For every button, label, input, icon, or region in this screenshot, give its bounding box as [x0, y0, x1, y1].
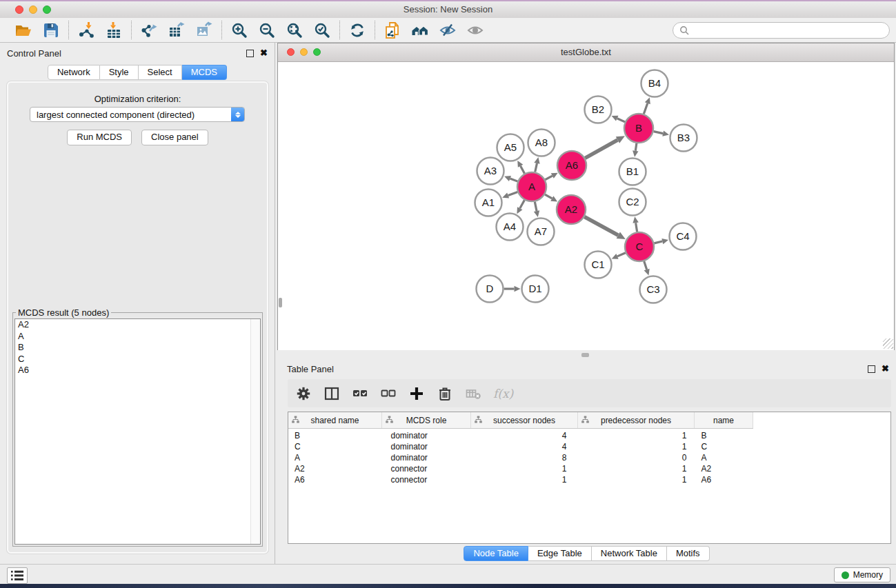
minimize-network-button[interactable] [300, 48, 308, 56]
graph-node-D1[interactable]: D1 [522, 276, 549, 303]
table-row[interactable]: A6connector11A6 [288, 474, 890, 485]
network-window-titlebar[interactable]: testGlobe.txt [278, 43, 894, 62]
graph-edge-D-D1[interactable] [504, 286, 521, 292]
criterion-dropdown[interactable]: largest connected component (directed) [30, 107, 245, 122]
graph-edge-C-C2[interactable] [633, 216, 638, 232]
select-all-button[interactable] [350, 384, 370, 403]
import-network-button[interactable] [75, 20, 97, 41]
run-mcds-button[interactable]: Run MCDS [67, 130, 132, 145]
cytoscape-home-button[interactable] [409, 20, 431, 41]
export-image-button[interactable] [193, 20, 215, 41]
export-table-button[interactable] [166, 20, 188, 41]
graph-edge-A-A2[interactable] [545, 194, 557, 201]
result-item[interactable]: C [15, 354, 260, 365]
graph-edge-A-A1[interactable] [502, 192, 517, 199]
table-row[interactable]: A2connector11A2 [288, 463, 890, 474]
graph-node-A2[interactable]: A2 [557, 195, 586, 224]
graph-edge-A2-C[interactable] [584, 217, 625, 239]
memory-button[interactable]: Memory [834, 567, 890, 582]
graph-edge-C-C1[interactable] [612, 253, 626, 259]
close-table-panel-button[interactable]: ✖ [882, 365, 889, 372]
column-visibility-button[interactable] [321, 384, 342, 403]
graph-node-A6[interactable]: A6 [557, 151, 586, 180]
graph-node-C4[interactable]: C4 [670, 223, 697, 250]
column-header-MCDS-role[interactable]: MCDS role [382, 412, 471, 429]
graph-edge-A-A8[interactable] [534, 157, 539, 172]
horizontal-scrollbar-thumb[interactable] [581, 353, 589, 357]
zoom-selected-button[interactable] [311, 20, 333, 41]
table-row[interactable]: Bdominator41B [288, 429, 890, 442]
table-settings-button[interactable] [293, 384, 314, 403]
graph-node-A7[interactable]: A7 [528, 219, 555, 245]
result-list-scrollbar[interactable] [250, 319, 260, 544]
graph-node-D[interactable]: D [477, 276, 504, 303]
table-row[interactable]: Adominator80A [288, 452, 890, 463]
network-from-selection-button[interactable] [381, 20, 404, 41]
graph-edge-A-A7[interactable] [534, 202, 539, 217]
delete-column-button[interactable] [435, 384, 455, 403]
show-panels-button[interactable] [464, 20, 486, 41]
close-panel-action-button[interactable]: Close panel [141, 130, 208, 145]
delete-table-button-disabled[interactable] [463, 384, 484, 403]
graph-edge-B-B2[interactable] [612, 116, 625, 122]
graph-edge-A-A5[interactable] [517, 161, 524, 174]
graph-node-C3[interactable]: C3 [640, 276, 667, 303]
column-header-predecessor-nodes[interactable]: predecessor nodes [578, 412, 695, 429]
export-network-button[interactable] [138, 20, 160, 41]
vertical-scrollbar-thumb[interactable] [279, 298, 282, 307]
graph-node-C2[interactable]: C2 [619, 189, 646, 216]
tab-select[interactable]: Select [139, 65, 182, 80]
result-item[interactable]: A2 [15, 319, 260, 331]
float-table-panel-button[interactable] [868, 365, 875, 373]
graph-edge-C-C3[interactable] [644, 261, 650, 276]
tab-node-table[interactable]: Node Table [464, 546, 528, 561]
graph-node-A[interactable]: A [517, 172, 546, 201]
graph-node-A8[interactable]: A8 [528, 130, 555, 156]
graph-node-B3[interactable]: B3 [670, 125, 697, 152]
column-header-name[interactable]: name [695, 412, 753, 429]
close-network-button[interactable] [287, 48, 295, 56]
graph-edge-A6-B[interactable] [585, 136, 625, 158]
function-builder-button-disabled[interactable]: f(x) [491, 384, 519, 403]
graph-edge-B-B3[interactable] [654, 130, 669, 136]
graph-edge-A-A3[interactable] [504, 176, 517, 181]
tab-network-table[interactable]: Network Table [592, 546, 667, 561]
graph-edge-B-B1[interactable] [633, 143, 638, 157]
tab-mcds[interactable]: MCDS [182, 65, 227, 80]
tab-edge-table[interactable]: Edge Table [528, 546, 592, 561]
tab-network[interactable]: Network [48, 65, 100, 80]
graph-node-B4[interactable]: B4 [641, 70, 668, 97]
zoom-window-button[interactable] [43, 6, 51, 14]
column-header-successor-nodes[interactable]: successor nodes [471, 412, 578, 429]
import-table-button[interactable] [103, 20, 125, 41]
graph-node-A3[interactable]: A3 [477, 158, 504, 185]
close-panel-button[interactable]: ✖ [260, 50, 268, 57]
graph-edge-A-A4[interactable] [517, 200, 524, 214]
zoom-fit-button[interactable] [283, 20, 306, 41]
apply-layout-button[interactable] [346, 20, 368, 41]
graph-node-C1[interactable]: C1 [585, 252, 612, 278]
tab-style[interactable]: Style [100, 65, 139, 80]
save-session-button[interactable] [40, 20, 62, 41]
window-resize-grip[interactable] [883, 338, 893, 349]
table-row[interactable]: Cdominator41C [288, 441, 890, 452]
open-file-button[interactable] [12, 20, 34, 41]
search-input[interactable] [693, 25, 883, 36]
result-item[interactable]: B [15, 342, 260, 354]
hide-panels-button[interactable] [437, 20, 459, 41]
graph-node-A5[interactable]: A5 [497, 134, 524, 161]
search-box[interactable] [673, 22, 890, 39]
result-item[interactable]: A6 [15, 365, 260, 376]
tab-motifs[interactable]: Motifs [667, 546, 710, 561]
graph-node-B[interactable]: B [624, 114, 653, 143]
add-column-button[interactable] [406, 384, 427, 403]
task-history-button[interactable] [7, 567, 28, 584]
deselect-all-button[interactable] [378, 384, 399, 403]
zoom-in-button[interactable] [228, 20, 250, 41]
float-panel-button[interactable] [246, 50, 254, 57]
result-item[interactable]: A [15, 331, 260, 343]
graph-node-A1[interactable]: A1 [475, 190, 502, 216]
graph-node-B2[interactable]: B2 [585, 97, 612, 123]
graph-edge-B-B4[interactable] [644, 97, 650, 114]
close-window-button[interactable] [15, 6, 23, 14]
